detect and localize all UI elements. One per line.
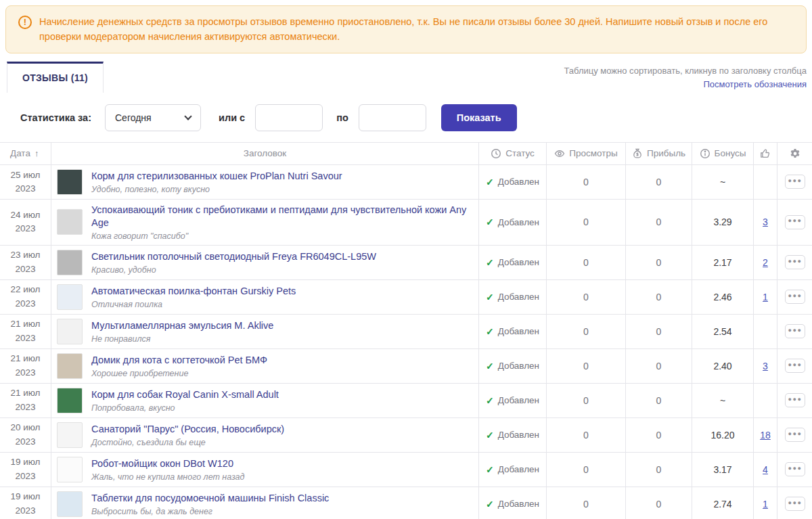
table-row: 20 июл 2023 Санаторий "Парус" (Россия, Н… [0, 418, 812, 453]
header-status[interactable]: Статус [479, 143, 547, 164]
review-title-cell: Санаторий "Парус" (Россия, Новосибирск) … [51, 418, 479, 452]
more-actions-button[interactable]: ●●● [785, 428, 805, 442]
ellipsis-icon: ●●● [788, 430, 803, 437]
likes-link[interactable]: 4 [763, 464, 768, 475]
period-select[interactable]: Сегодня [105, 104, 201, 131]
more-actions-button[interactable]: ●●● [785, 497, 805, 511]
review-profit: 0 [626, 315, 692, 348]
header-profit[interactable]: Прибыль [626, 143, 692, 164]
date-to-input[interactable] [359, 104, 426, 131]
review-status: ✓ Добавлен [479, 487, 547, 519]
review-title-link[interactable]: Таблетки для посудомоечной машины Finish… [91, 492, 329, 505]
product-thumbnail [57, 388, 83, 413]
review-actions-cell: ●●● [777, 487, 812, 519]
review-bonus: 3.29 [692, 200, 754, 245]
product-thumbnail [57, 284, 83, 310]
review-title-cell: Автоматическая поилка-фонтан Gurskiy Pet… [51, 280, 479, 314]
or-from-label: или с [219, 112, 245, 123]
product-thumbnail [57, 319, 83, 344]
header-title[interactable]: Заголовок [51, 143, 479, 164]
header-views[interactable]: Просмотры [547, 143, 626, 164]
likes-link[interactable]: 3 [763, 217, 768, 227]
more-actions-button[interactable]: ●●● [785, 324, 805, 338]
check-icon: ✓ [486, 395, 494, 406]
review-likes-cell [754, 384, 777, 418]
review-title-link[interactable]: Автоматическая поилка-фонтан Gurskiy Pet… [91, 285, 296, 298]
header-settings[interactable] [777, 143, 812, 164]
table-row: 19 июл 2023 Таблетки для посудомоечной м… [0, 487, 812, 519]
date-from-input[interactable] [255, 104, 323, 131]
table-row: 21 июл 2023 Домик для кота с когтеточкой… [0, 349, 812, 384]
table-row: 23 июл 2023 Светильник потолочный светод… [0, 246, 812, 280]
review-views: 0 [547, 418, 626, 452]
review-views: 0 [547, 453, 626, 487]
more-actions-button[interactable]: ●●● [785, 175, 805, 189]
review-actions-cell: ●●● [777, 165, 812, 199]
ellipsis-icon: ●●● [788, 327, 803, 334]
more-actions-button[interactable]: ●●● [785, 462, 805, 476]
likes-link[interactable]: 1 [763, 499, 768, 510]
likes-link[interactable]: 18 [760, 430, 771, 441]
review-subtitle: Хорошее приобретение [91, 369, 267, 378]
review-likes-cell: 3 [754, 200, 777, 245]
likes-link[interactable]: 1 [763, 292, 768, 302]
product-thumbnail [57, 250, 83, 275]
review-likes-cell: 1 [754, 487, 777, 519]
to-label: по [336, 112, 348, 123]
review-status: ✓ Добавлен [479, 200, 547, 245]
review-title-link[interactable]: Светильник потолочный светодиодный Freya… [91, 250, 376, 263]
more-actions-button[interactable]: ●●● [785, 255, 805, 269]
review-title-cell: Корм для стерилизованных кошек ProPlan N… [51, 165, 479, 199]
tab-reviews[interactable]: ОТЗЫВЫ (11) [7, 62, 104, 93]
review-title-cell: Светильник потолочный светодиодный Freya… [51, 246, 479, 279]
review-subtitle: Красиво, удобно [91, 265, 376, 275]
product-thumbnail [57, 209, 83, 235]
table-row: 21 июл 2023 Мультиламеллярная эмульсия M… [0, 315, 812, 349]
review-date: 21 июл 2023 [0, 384, 51, 418]
more-actions-button[interactable]: ●●● [785, 359, 805, 373]
header-bonuses[interactable]: Бонусы [692, 143, 754, 164]
more-actions-button[interactable]: ●●● [785, 290, 805, 304]
review-actions-cell: ●●● [777, 246, 812, 279]
review-status: ✓ Добавлен [479, 418, 547, 452]
review-title-link[interactable]: Домик для кота с когтеточкой Pet БМФ [91, 354, 267, 367]
product-thumbnail [57, 457, 83, 482]
warning-icon: ! [18, 16, 32, 29]
sort-ascending-icon: ↑ [35, 148, 39, 158]
review-bonus: 2.40 [692, 349, 754, 383]
review-status: ✓ Добавлен [479, 280, 547, 314]
review-title-link[interactable]: Успокаивающий тоник с пребиотиками и пеп… [91, 204, 472, 229]
likes-link[interactable]: 3 [763, 361, 768, 371]
review-bonus: 3.17 [692, 453, 754, 487]
likes-link[interactable]: 2 [763, 257, 768, 268]
status-label: Добавлен [498, 499, 539, 509]
review-profit: 0 [626, 418, 692, 452]
review-title-link[interactable]: Корм для собак Royal Canin X-small Adult [91, 388, 279, 401]
review-title-link[interactable]: Мультиламеллярная эмульсия M. Aklive [91, 319, 273, 332]
review-title-link[interactable]: Корм для стерилизованных кошек ProPlan N… [91, 170, 342, 183]
review-title-link[interactable]: Санаторий "Парус" (Россия, Новосибирск) [91, 423, 284, 436]
review-subtitle: Кожа говорит "спасибо" [91, 231, 472, 241]
header-likes[interactable] [754, 143, 777, 164]
header-date[interactable]: Дата↑ [0, 143, 51, 164]
more-actions-button[interactable]: ●●● [785, 215, 805, 229]
review-subtitle: Удобно, полезно, коту вкусно [91, 185, 342, 194]
more-actions-button[interactable]: ●●● [785, 393, 805, 407]
review-title-link[interactable]: Робот-мойщик окон DBot W120 [91, 457, 244, 470]
review-status: ✓ Добавлен [479, 453, 547, 487]
table-header: Дата↑ Заголовок Статус Просмотры Прибыль… [0, 142, 812, 165]
statistics-filter: Статистика за: Сегодня или с по Показать [0, 94, 812, 142]
warning-text: Начисление денежных средств за просмотры… [39, 14, 790, 45]
table-row: 25 июл 2023 Корм для стерилизованных кош… [0, 165, 812, 200]
review-status: ✓ Добавлен [479, 165, 547, 199]
reviews-table: Дата↑ Заголовок Статус Просмотры Прибыль… [0, 142, 812, 519]
legend-link[interactable]: Посмотреть обозначения [703, 79, 807, 89]
product-thumbnail [57, 491, 83, 517]
review-status: ✓ Добавлен [479, 349, 547, 383]
review-profit: 0 [626, 280, 692, 314]
show-button[interactable]: Показать [441, 104, 517, 131]
reviews-table-body: 25 июл 2023 Корм для стерилизованных кош… [0, 165, 812, 519]
check-icon: ✓ [486, 499, 494, 510]
review-date: 19 июл 2023 [0, 453, 51, 487]
review-views: 0 [547, 315, 626, 348]
